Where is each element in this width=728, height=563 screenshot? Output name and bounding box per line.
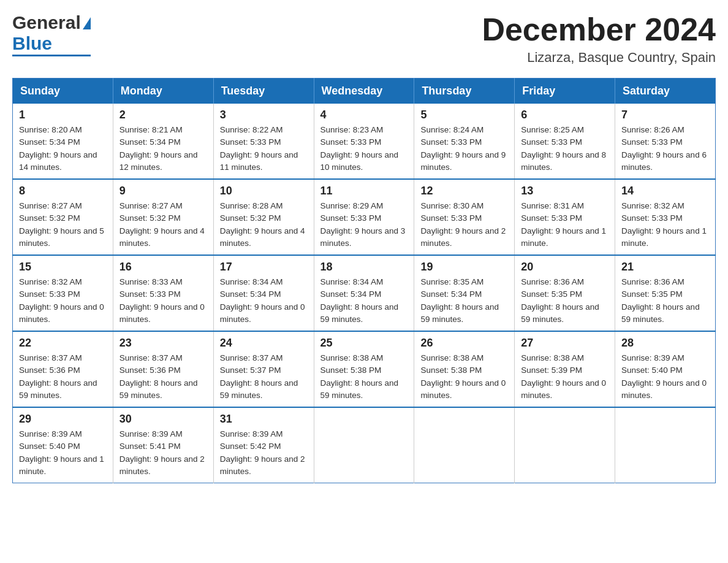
day-number: 18 (320, 261, 408, 274)
day-number: 17 (220, 261, 308, 274)
day-info: Sunrise: 8:39 AMSunset: 5:40 PMDaylight:… (621, 353, 707, 400)
day-number: 1 (19, 109, 107, 121)
day-info: Sunrise: 8:39 AMSunset: 5:42 PMDaylight:… (220, 429, 305, 476)
day-number: 3 (220, 109, 308, 121)
logo: General Blue (12, 12, 91, 56)
day-number: 10 (220, 185, 308, 197)
day-info: Sunrise: 8:32 AMSunset: 5:33 PMDaylight:… (19, 277, 104, 324)
calendar-cell: 17 Sunrise: 8:34 AMSunset: 5:34 PMDaylig… (213, 255, 314, 331)
day-number: 19 (420, 261, 508, 274)
calendar-cell: 8 Sunrise: 8:27 AMSunset: 5:32 PMDayligh… (13, 179, 113, 255)
day-number: 14 (621, 185, 709, 197)
calendar-cell: 15 Sunrise: 8:32 AMSunset: 5:33 PMDaylig… (13, 255, 113, 331)
calendar-cell (615, 407, 716, 483)
calendar-cell: 13 Sunrise: 8:31 AMSunset: 5:33 PMDaylig… (515, 179, 615, 255)
calendar-cell: 7 Sunrise: 8:26 AMSunset: 5:33 PMDayligh… (615, 104, 716, 179)
day-info: Sunrise: 8:37 AMSunset: 5:37 PMDaylight:… (220, 353, 298, 400)
day-number: 7 (621, 109, 709, 121)
day-info: Sunrise: 8:37 AMSunset: 5:36 PMDaylight:… (19, 353, 97, 400)
day-info: Sunrise: 8:23 AMSunset: 5:33 PMDaylight:… (320, 125, 399, 172)
day-number: 31 (220, 413, 308, 426)
day-number: 5 (420, 109, 508, 121)
day-info: Sunrise: 8:31 AMSunset: 5:33 PMDaylight:… (521, 201, 606, 248)
day-info: Sunrise: 8:38 AMSunset: 5:38 PMDaylight:… (420, 353, 506, 400)
day-info: Sunrise: 8:36 AMSunset: 5:35 PMDaylight:… (621, 277, 700, 324)
calendar-week-row: 1 Sunrise: 8:20 AMSunset: 5:34 PMDayligh… (13, 104, 716, 179)
calendar-cell: 5 Sunrise: 8:24 AMSunset: 5:33 PMDayligh… (414, 104, 515, 179)
day-number: 11 (320, 185, 408, 197)
day-info: Sunrise: 8:21 AMSunset: 5:34 PMDaylight:… (119, 125, 198, 172)
calendar-week-row: 29 Sunrise: 8:39 AMSunset: 5:40 PMDaylig… (13, 407, 716, 483)
calendar-cell (414, 407, 515, 483)
calendar-cell (314, 407, 414, 483)
day-info: Sunrise: 8:32 AMSunset: 5:33 PMDaylight:… (621, 201, 707, 248)
calendar-cell: 29 Sunrise: 8:39 AMSunset: 5:40 PMDaylig… (13, 407, 113, 483)
day-info: Sunrise: 8:22 AMSunset: 5:33 PMDaylight:… (220, 125, 298, 172)
calendar-cell: 16 Sunrise: 8:33 AMSunset: 5:33 PMDaylig… (113, 255, 213, 331)
day-number: 16 (119, 261, 207, 274)
calendar-cell: 9 Sunrise: 8:27 AMSunset: 5:32 PMDayligh… (113, 179, 213, 255)
calendar-cell: 10 Sunrise: 8:28 AMSunset: 5:32 PMDaylig… (213, 179, 314, 255)
calendar-week-row: 22 Sunrise: 8:37 AMSunset: 5:36 PMDaylig… (13, 331, 716, 407)
day-number: 2 (119, 109, 207, 121)
logo-underline (12, 55, 91, 56)
day-number: 30 (119, 413, 207, 426)
calendar-day-header: Monday (113, 79, 213, 104)
day-info: Sunrise: 8:38 AMSunset: 5:39 PMDaylight:… (521, 353, 606, 400)
day-info: Sunrise: 8:29 AMSunset: 5:33 PMDaylight:… (320, 201, 406, 248)
day-info: Sunrise: 8:27 AMSunset: 5:32 PMDaylight:… (119, 201, 205, 248)
day-info: Sunrise: 8:34 AMSunset: 5:34 PMDaylight:… (220, 277, 305, 324)
day-number: 24 (220, 337, 308, 350)
day-number: 6 (521, 109, 609, 121)
calendar-cell: 4 Sunrise: 8:23 AMSunset: 5:33 PMDayligh… (314, 104, 414, 179)
title-block: December 2024 Lizarza, Basque Country, S… (482, 12, 716, 66)
day-number: 4 (320, 109, 408, 121)
day-info: Sunrise: 8:33 AMSunset: 5:33 PMDaylight:… (119, 277, 205, 324)
day-info: Sunrise: 8:38 AMSunset: 5:38 PMDaylight:… (320, 353, 399, 400)
day-number: 26 (420, 337, 508, 350)
calendar-cell: 26 Sunrise: 8:38 AMSunset: 5:38 PMDaylig… (414, 331, 515, 407)
subtitle: Lizarza, Basque Country, Spain (482, 50, 716, 66)
calendar-cell: 25 Sunrise: 8:38 AMSunset: 5:38 PMDaylig… (314, 331, 414, 407)
calendar-week-row: 8 Sunrise: 8:27 AMSunset: 5:32 PMDayligh… (13, 179, 716, 255)
day-number: 15 (19, 261, 107, 274)
day-number: 8 (19, 185, 107, 197)
main-title: December 2024 (482, 12, 716, 47)
day-number: 23 (119, 337, 207, 350)
calendar-day-header: Thursday (414, 79, 515, 104)
calendar-day-header: Wednesday (314, 79, 414, 104)
day-number: 29 (19, 413, 107, 426)
calendar-cell: 27 Sunrise: 8:38 AMSunset: 5:39 PMDaylig… (515, 331, 615, 407)
day-info: Sunrise: 8:24 AMSunset: 5:33 PMDaylight:… (420, 125, 506, 172)
day-number: 21 (621, 261, 709, 274)
day-info: Sunrise: 8:30 AMSunset: 5:33 PMDaylight:… (420, 201, 506, 248)
calendar-cell: 28 Sunrise: 8:39 AMSunset: 5:40 PMDaylig… (615, 331, 716, 407)
calendar-cell: 21 Sunrise: 8:36 AMSunset: 5:35 PMDaylig… (615, 255, 716, 331)
calendar-cell (515, 407, 615, 483)
calendar-cell: 11 Sunrise: 8:29 AMSunset: 5:33 PMDaylig… (314, 179, 414, 255)
calendar-cell: 2 Sunrise: 8:21 AMSunset: 5:34 PMDayligh… (113, 104, 213, 179)
calendar-week-row: 15 Sunrise: 8:32 AMSunset: 5:33 PMDaylig… (13, 255, 716, 331)
day-info: Sunrise: 8:28 AMSunset: 5:32 PMDaylight:… (220, 201, 305, 248)
calendar-cell: 22 Sunrise: 8:37 AMSunset: 5:36 PMDaylig… (13, 331, 113, 407)
calendar-cell: 24 Sunrise: 8:37 AMSunset: 5:37 PMDaylig… (213, 331, 314, 407)
day-info: Sunrise: 8:35 AMSunset: 5:34 PMDaylight:… (420, 277, 499, 324)
day-number: 28 (621, 337, 709, 350)
day-number: 22 (19, 337, 107, 350)
day-info: Sunrise: 8:39 AMSunset: 5:40 PMDaylight:… (19, 429, 104, 476)
day-number: 27 (521, 337, 609, 350)
logo-general-text: General (12, 12, 81, 33)
calendar-cell: 19 Sunrise: 8:35 AMSunset: 5:34 PMDaylig… (414, 255, 515, 331)
calendar-cell: 23 Sunrise: 8:37 AMSunset: 5:36 PMDaylig… (113, 331, 213, 407)
day-info: Sunrise: 8:36 AMSunset: 5:35 PMDaylight:… (521, 277, 599, 324)
day-info: Sunrise: 8:34 AMSunset: 5:34 PMDaylight:… (320, 277, 399, 324)
calendar-cell: 6 Sunrise: 8:25 AMSunset: 5:33 PMDayligh… (515, 104, 615, 179)
calendar-cell: 30 Sunrise: 8:39 AMSunset: 5:41 PMDaylig… (113, 407, 213, 483)
day-number: 25 (320, 337, 408, 350)
calendar-cell: 20 Sunrise: 8:36 AMSunset: 5:35 PMDaylig… (515, 255, 615, 331)
calendar-table: SundayMondayTuesdayWednesdayThursdayFrid… (12, 78, 716, 483)
calendar-cell: 1 Sunrise: 8:20 AMSunset: 5:34 PMDayligh… (13, 104, 113, 179)
page-header: General Blue December 2024 Lizarza, Basq… (12, 12, 716, 66)
day-info: Sunrise: 8:37 AMSunset: 5:36 PMDaylight:… (119, 353, 198, 400)
day-info: Sunrise: 8:20 AMSunset: 5:34 PMDaylight:… (19, 125, 97, 172)
